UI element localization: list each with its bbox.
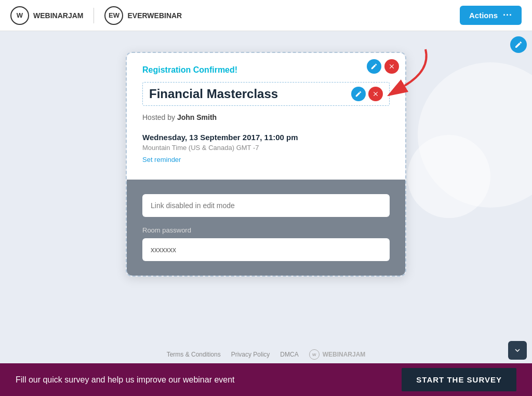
privacy-link[interactable]: Privacy Policy — [231, 351, 270, 358]
registration-card: Registration Confirmed! Financial Master… — [126, 52, 406, 277]
dmca-link[interactable]: DMCA — [280, 351, 298, 358]
webinarjam-logo-text: WEBINARJAM — [33, 11, 83, 20]
host-name: John Smith — [177, 113, 217, 121]
hosted-by-prefix: Hosted by — [142, 113, 177, 121]
header: W WEBINARJAM EW EVERWEBINAR Actions ··· — [0, 0, 532, 31]
pencil-icon — [370, 63, 378, 70]
pencil-icon — [514, 40, 523, 49]
footer-links: Terms & Conditions Privacy Policy DMCA W… — [0, 349, 532, 360]
room-password-input — [142, 238, 390, 261]
link-input — [142, 194, 390, 217]
room-password-label: Room password — [142, 226, 390, 234]
everwebinar-logo-text: EVERWEBINAR — [127, 11, 182, 20]
survey-text: Fill our quick survey and help us improv… — [16, 375, 235, 385]
card-close-button[interactable] — [384, 59, 399, 74]
start-survey-button[interactable]: START THE SURVEY — [402, 368, 516, 391]
survey-bar: Fill our quick survey and help us improv… — [0, 363, 532, 396]
webinar-name-edit-button[interactable] — [351, 87, 366, 101]
webinarjam-logo-icon: W — [10, 6, 29, 25]
webinar-name-controls — [351, 87, 383, 101]
event-timezone: Mountain Time (US & Canada) GMT -7 — [142, 144, 390, 152]
actions-label: Actions — [469, 11, 498, 20]
chevron-down-icon — [513, 346, 522, 355]
registration-title: Registration Confirmed! — [142, 65, 390, 75]
deco-circle-small — [407, 135, 490, 218]
card-bottom: Room password — [127, 180, 405, 276]
actions-button[interactable]: Actions ··· — [460, 6, 522, 25]
set-reminder-link[interactable]: Set reminder — [142, 156, 181, 163]
actions-dots-icon: ··· — [503, 10, 512, 21]
card-edit-controls — [367, 59, 399, 74]
close-icon — [388, 63, 395, 70]
footer-logo-icon: W — [309, 349, 320, 360]
card-top: Registration Confirmed! Financial Master… — [127, 53, 405, 180]
terms-link[interactable]: Terms & Conditions — [167, 351, 221, 358]
webinarjam-logo: W WEBINARJAM — [10, 6, 83, 25]
logo-divider — [94, 8, 94, 23]
everwebinar-logo: EW EVERWEBINAR — [104, 6, 182, 25]
webinar-name-close-button[interactable] — [368, 87, 383, 101]
header-logos: W WEBINARJAM EW EVERWEBINAR — [10, 6, 182, 25]
pencil-icon — [355, 90, 362, 98]
hosted-by: Hosted by John Smith — [142, 113, 390, 121]
everwebinar-logo-icon: EW — [104, 6, 123, 25]
event-datetime: Wednesday, 13 September 2017, 11:00 pm — [142, 133, 390, 142]
webinar-name: Financial Masterclass — [149, 87, 278, 101]
close-icon — [372, 90, 379, 98]
footer-logo: W WEBINARJAM — [309, 349, 366, 360]
scroll-down-button[interactable] — [508, 341, 527, 360]
webinar-name-box: Financial Masterclass — [142, 82, 390, 106]
main-content: Registration Confirmed! Financial Master… — [0, 31, 532, 343]
footer-logo-text: WEBINARJAM — [323, 351, 366, 358]
card-edit-button[interactable] — [367, 59, 381, 74]
edit-pencil-button[interactable] — [510, 36, 527, 53]
